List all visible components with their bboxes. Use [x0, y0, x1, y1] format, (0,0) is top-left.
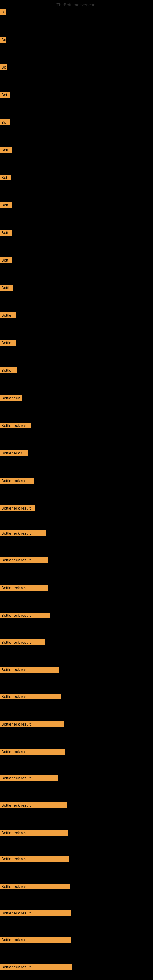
bottleneck-label-35: Bottleneck result	[0, 937, 71, 943]
bottleneck-label-33: Bottleneck result	[0, 883, 70, 889]
bottleneck-label-26: Bottleneck result	[0, 694, 61, 700]
bottleneck-label-3: Bo	[0, 64, 7, 70]
bottleneck-label-1: B	[0, 9, 5, 15]
bottleneck-label-17: Bottleneck r	[0, 450, 28, 456]
bottleneck-label-19: Bottleneck result	[0, 505, 35, 511]
bottleneck-label-21: Bottleneck result	[0, 557, 48, 563]
bottleneck-label-36: Bottleneck result	[0, 964, 72, 970]
site-title: TheBottlenecker.com	[56, 2, 97, 7]
bottleneck-label-24: Bottleneck result	[0, 640, 45, 645]
bottleneck-label-31: Bottleneck result	[0, 830, 68, 836]
bottleneck-label-20: Bottleneck result	[0, 530, 46, 536]
bottleneck-label-10: Bott	[0, 257, 12, 263]
bottleneck-label-25: Bottleneck result	[0, 667, 59, 673]
bottleneck-label-6: Bott	[0, 147, 12, 153]
bottleneck-label-15: Bottleneck	[0, 395, 22, 401]
bottleneck-label-23: Bottleneck result	[0, 612, 49, 618]
bottleneck-label-29: Bottleneck result	[0, 775, 59, 781]
bottleneck-label-4: Bot	[0, 92, 10, 98]
bottleneck-label-11: Bottl	[0, 285, 13, 291]
bottleneck-label-16: Bottleneck resu	[0, 423, 30, 428]
bottleneck-label-28: Bottleneck result	[0, 749, 65, 755]
bottleneck-label-27: Bottleneck result	[0, 721, 64, 727]
bottleneck-label-32: Bottleneck result	[0, 856, 69, 862]
bottleneck-label-13: Bottle	[0, 340, 16, 346]
bottleneck-label-22: Bottleneck resu	[0, 585, 48, 591]
bottleneck-label-5: Bo	[0, 119, 10, 125]
bottleneck-label-30: Bottleneck result	[0, 802, 67, 808]
bottleneck-label-8: Bott	[0, 202, 12, 208]
bottleneck-label-2: Bo	[0, 37, 6, 43]
bottleneck-label-34: Bottleneck result	[0, 910, 71, 916]
bottleneck-label-9: Bott	[0, 230, 12, 235]
bottleneck-label-12: Bottle	[0, 312, 16, 318]
bottleneck-label-7: Bot	[0, 175, 11, 180]
bottleneck-label-18: Bottleneck result	[0, 478, 33, 484]
bottleneck-label-14: Bottlen	[0, 368, 17, 373]
